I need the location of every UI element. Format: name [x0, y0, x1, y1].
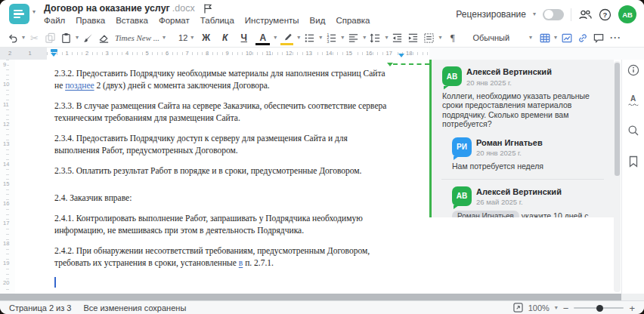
ruler-number: 1: [28, 51, 33, 57]
review-toggle[interactable]: [543, 9, 564, 20]
horizontal-ruler: 21 123456789101112131415161718: [0, 48, 644, 60]
comment-connector-line: [393, 63, 429, 65]
comment-reply[interactable]: АВАлексей Вертинский26 май 2025 г.Роман …: [432, 180, 614, 218]
flag-icon[interactable]: [203, 4, 212, 14]
insert-link-button[interactable]: [576, 31, 589, 45]
ruler-page-zone: 123456789101112131415161718: [47, 48, 429, 60]
zoom-out-button[interactable]: −: [563, 303, 569, 313]
style-value: Обычный: [472, 33, 509, 42]
ruler-number: 3: [105, 51, 110, 57]
mention-pill[interactable]: Роман Игнатьев: [452, 211, 519, 217]
numbered-list-caret-icon[interactable]: ▾: [341, 35, 344, 41]
italic-button[interactable]: К: [217, 31, 233, 45]
search-icon[interactable]: [627, 125, 639, 137]
document-text[interactable]: 2.3.2. Предоставить Подрядчику необходим…: [54, 67, 395, 288]
review-caret-icon[interactable]: ▾: [533, 11, 536, 17]
menu-item-4[interactable]: Таблица: [200, 16, 234, 25]
paragraph-settings-button[interactable]: [423, 31, 435, 45]
fit-width-icon[interactable]: [513, 303, 523, 314]
app-window: ▾ Договор на оказание услуг .docx ФайлПр…: [0, 0, 644, 314]
font-color-button[interactable]: А: [255, 31, 271, 45]
insert-table-button[interactable]: [538, 31, 551, 45]
comment-reply[interactable]: РИРоман Игнатьев20 янв 2025 г.Нам потреб…: [432, 131, 614, 171]
highlight-button[interactable]: [280, 31, 294, 45]
line-spacing-caret-icon[interactable]: ▾: [385, 35, 388, 41]
horizontal-scrollbar-thumb[interactable]: [0, 294, 621, 300]
paragraph-5[interactable]: 2.4.1. Контролировать выполнение Работ, …: [54, 212, 395, 236]
app-logo[interactable]: [9, 4, 29, 24]
paragraph-3[interactable]: 2.3.5. Оплатить результат Работ в порядк…: [54, 165, 395, 177]
bookmark-icon[interactable]: [628, 155, 639, 168]
font-size-select[interactable]: 12▾: [177, 33, 195, 42]
menu-item-7[interactable]: Справка: [336, 16, 370, 25]
spellcheck-icon[interactable]: А: [628, 95, 639, 106]
vertical-scrollbar-thumb[interactable]: [615, 63, 620, 176]
ruler-number: 12: [285, 51, 293, 57]
more-tools-button[interactable]: ···: [608, 31, 624, 45]
ruler-number: 9: [225, 51, 230, 57]
insert-table-caret-icon[interactable]: ▾: [554, 35, 557, 41]
paste-caret-icon[interactable]: ▾: [76, 35, 79, 41]
right-indent-marker[interactable]: [398, 54, 404, 57]
horizontal-scrollbar[interactable]: [0, 294, 644, 300]
paragraph-0[interactable]: 2.3.2. Предоставить Подрядчику необходим…: [54, 67, 395, 91]
bullet-list-caret-icon[interactable]: ▾: [319, 35, 322, 41]
app-menu-caret-icon[interactable]: ▾: [33, 8, 36, 15]
zoom-value[interactable]: 100%: [528, 303, 550, 312]
font-name-select[interactable]: Times New ...▾: [113, 33, 174, 42]
help-icon[interactable]: ?: [599, 8, 611, 21]
font-size-value: 12: [178, 33, 187, 42]
paragraph-2[interactable]: 2.3.4. Предоставить Подрядчику доступ к …: [54, 132, 395, 156]
decrease-indent-button[interactable]: [391, 31, 404, 45]
undo-caret-icon[interactable]: ▾: [22, 35, 25, 41]
comment-author: Роман Игнатьев: [476, 138, 543, 147]
style-select[interactable]: Обычный▾: [469, 33, 535, 42]
menu-item-0[interactable]: Файл: [44, 16, 65, 25]
numbered-list-button[interactable]: 123: [325, 31, 338, 45]
paragraph-4[interactable]: 2.4. Заказчик вправе:: [54, 192, 395, 204]
comment-root[interactable]: АВАлексей Вертинский20 янв 2025 г.Коллег…: [432, 60, 614, 129]
undo-button[interactable]: [6, 31, 19, 45]
menu-item-5[interactable]: Инструменты: [245, 16, 299, 25]
paragraph-6[interactable]: 2.4.2. При обнаружении несоответствий тр…: [54, 245, 395, 269]
paragraph-1[interactable]: 2.3.3. В случае размещения Сайта на серв…: [54, 100, 395, 124]
cut-button[interactable]: ✂: [28, 31, 41, 45]
zoom-slider[interactable]: [574, 307, 624, 309]
comment-thread-card[interactable]: АВАлексей Вертинский20 янв 2025 г.Коллег…: [429, 60, 614, 217]
menu-item-1[interactable]: Правка: [76, 16, 105, 25]
zoom-slider-knob[interactable]: [596, 305, 603, 312]
vertical-scrollbar[interactable]: [614, 61, 621, 292]
collaborators-icon[interactable]: [578, 9, 592, 20]
show-paragraph-marks-button[interactable]: ¶: [444, 31, 460, 45]
align-caret-icon[interactable]: ▾: [363, 35, 366, 41]
insert-image-button[interactable]: [560, 31, 573, 45]
bullet-list-button[interactable]: [303, 31, 316, 45]
increase-indent-button[interactable]: [407, 31, 420, 45]
right-sidebar: А: [621, 60, 644, 294]
menu-item-6[interactable]: Вид: [310, 16, 326, 25]
left-indent-marker[interactable]: [51, 53, 57, 57]
font-color-caret-icon[interactable]: ▾: [274, 35, 277, 41]
info-icon[interactable]: [627, 64, 639, 76]
eraser-icon[interactable]: [98, 31, 110, 45]
underline-button[interactable]: Ч: [236, 31, 252, 45]
line-spacing-button[interactable]: [369, 31, 382, 45]
format-painter-icon[interactable]: [82, 31, 94, 45]
highlight-caret-icon[interactable]: ▾: [297, 35, 300, 41]
copy-button[interactable]: [44, 31, 57, 45]
vertical-ruler-number: 15: [2, 180, 10, 188]
menu-item-2[interactable]: Вставка: [116, 16, 148, 25]
paste-button[interactable]: [60, 31, 73, 45]
zoom-caret-icon[interactable]: ▾: [555, 305, 558, 311]
align-button[interactable]: [347, 31, 360, 45]
review-mode-label[interactable]: Рецензирование: [456, 9, 526, 20]
user-avatar[interactable]: АВ: [618, 5, 636, 23]
first-line-indent-marker[interactable]: [51, 49, 57, 52]
zoom-in-button[interactable]: +: [629, 303, 635, 313]
title-block: Договор на оказание услуг .docx ФайлПрав…: [44, 2, 370, 25]
ruler-number: 16: [365, 51, 373, 57]
bold-button[interactable]: Ж: [198, 31, 214, 45]
menu-item-3[interactable]: Формат: [159, 16, 190, 25]
comment-button[interactable]: [592, 31, 605, 45]
paragraph-settings-caret-icon[interactable]: ▾: [438, 35, 441, 41]
